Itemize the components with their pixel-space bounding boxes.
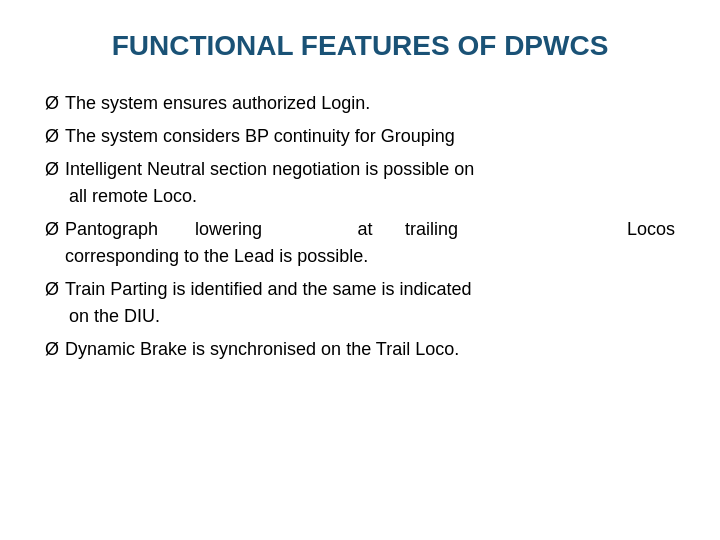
item-text: The system ensures authorized Login.	[65, 90, 370, 117]
item-line2: on the DIU.	[65, 306, 160, 326]
slide-title: FUNCTIONAL FEATURES OF DPWCS	[45, 30, 675, 62]
lowering-label: lowering	[195, 216, 325, 243]
pantograph-label: Pantograph	[65, 216, 195, 243]
arrow-icon: Ø	[45, 336, 59, 363]
item-line1: Intelligent Neutral section negotiation …	[65, 159, 474, 179]
list-item: Ø Dynamic Brake is synchronised on the T…	[45, 336, 675, 363]
arrow-icon: Ø	[45, 156, 59, 183]
item-text: Train Parting is identified and the same…	[65, 276, 472, 330]
arrow-icon: Ø	[45, 276, 59, 303]
list-item-row: Ø The system considers BP continuity for…	[45, 123, 675, 150]
item-text: The system considers BP continuity for G…	[65, 123, 455, 150]
locos-label: Locos	[525, 216, 675, 243]
at-label: at	[325, 216, 405, 243]
slide-container: FUNCTIONAL FEATURES OF DPWCS Ø The syste…	[0, 0, 720, 540]
arrow-icon: Ø	[45, 123, 59, 150]
item-line2: all remote Loco.	[65, 186, 197, 206]
item-line1: Train Parting is identified and the same…	[65, 279, 472, 299]
list-item: Ø Intelligent Neutral section negotiatio…	[45, 156, 675, 210]
list-item: Ø Train Parting is identified and the sa…	[45, 276, 675, 330]
list-item-row: Ø Train Parting is identified and the sa…	[45, 276, 675, 330]
list-item-row: Ø Pantograph lowering at trailing Locos	[45, 216, 675, 243]
arrow-icon: Ø	[45, 90, 59, 117]
list-item-row: Ø Intelligent Neutral section negotiatio…	[45, 156, 675, 210]
list-item-row: Ø The system ensures authorized Login.	[45, 90, 675, 117]
list-item: Ø The system considers BP continuity for…	[45, 123, 675, 150]
item-text: Dynamic Brake is synchronised on the Tra…	[65, 336, 459, 363]
arrow-icon: Ø	[45, 216, 59, 243]
item-text: Intelligent Neutral section negotiation …	[65, 156, 474, 210]
pantograph-continuation: corresponding to the Lead is possible.	[45, 243, 675, 270]
list-item-row: Ø Dynamic Brake is synchronised on the T…	[45, 336, 675, 363]
list-item-pantograph: Ø Pantograph lowering at trailing Locos …	[45, 216, 675, 270]
trailing-label: trailing	[405, 216, 525, 243]
item-text: Pantograph lowering at trailing Locos	[65, 216, 675, 243]
continuation-text: corresponding to the Lead is possible.	[65, 246, 368, 266]
content-list: Ø The system ensures authorized Login. Ø…	[45, 90, 675, 369]
list-item: Ø The system ensures authorized Login.	[45, 90, 675, 117]
pantograph-row: Pantograph lowering at trailing Locos	[65, 216, 675, 243]
